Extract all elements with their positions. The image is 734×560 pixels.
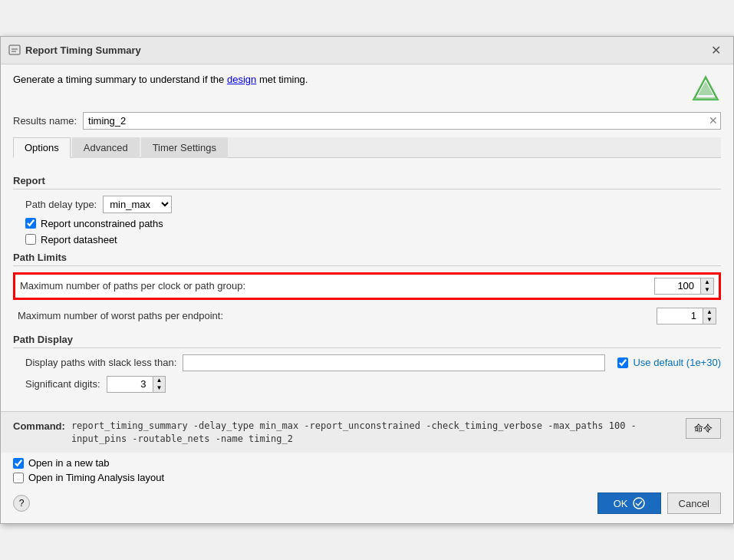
tabs-container: Options Advanced Timer Settings — [13, 137, 721, 158]
clear-results-button[interactable]: ✕ — [709, 114, 718, 127]
max-paths-spin-down[interactable]: ▼ — [701, 286, 713, 294]
open-new-tab-row: Open in a new tab — [13, 457, 721, 469]
results-input-wrap: ✕ — [83, 112, 721, 130]
max-worst-spin-buttons: ▲ ▼ — [703, 308, 716, 324]
slack-input[interactable] — [183, 354, 605, 371]
max-worst-spin-up[interactable]: ▲ — [703, 308, 716, 316]
max-worst-label: Maximum number of worst paths per endpoi… — [18, 310, 223, 321]
max-paths-spin-buttons: ▲ ▼ — [700, 278, 714, 295]
dialog-title: Report Timing Summary — [25, 44, 141, 56]
path-delay-select[interactable]: min_max min max — [103, 196, 172, 213]
results-label: Results name: — [13, 115, 77, 127]
sig-digits-wrap: ▲ ▼ — [107, 376, 166, 393]
datasheet-row: Report datasheet — [25, 234, 721, 245]
title-icon — [8, 44, 21, 56]
path-display-title: Path Display — [13, 334, 721, 348]
sig-digits-spin-up[interactable]: ▲ — [153, 377, 166, 384]
results-row: Results name: ✕ — [13, 112, 721, 130]
slack-label: Display paths with slack less than: — [25, 357, 176, 368]
report-section-content: Path delay type: min_max min max Report … — [13, 196, 721, 245]
command-button[interactable]: 命令 — [686, 418, 721, 439]
title-bar-left: Report Timing Summary — [8, 44, 141, 56]
path-limits-title: Path Limits — [13, 252, 721, 266]
sig-digits-spin-down[interactable]: ▼ — [153, 384, 166, 392]
command-text[interactable]: report_timing_summary -delay_type min_ma… — [71, 418, 680, 447]
cancel-button[interactable]: Cancel — [667, 492, 721, 514]
unconstrained-paths-row: Report unconstrained paths — [25, 218, 721, 229]
max-worst-spin-wrap: ▲ ▼ — [657, 308, 716, 324]
path-delay-label: Path delay type: — [25, 199, 97, 210]
open-new-tab-label: Open in a new tab — [28, 457, 110, 469]
path-display-content: Display paths with slack less than: Use … — [13, 354, 721, 393]
max-worst-row: Maximum number of worst paths per endpoi… — [13, 305, 721, 328]
title-bar: Report Timing Summary ✕ — [1, 37, 733, 64]
max-paths-spin-up[interactable]: ▲ — [701, 278, 713, 286]
svg-rect-0 — [9, 45, 20, 54]
command-section: Command: report_timing_summary -delay_ty… — [1, 411, 733, 453]
tab-options[interactable]: Options — [13, 137, 71, 158]
max-worst-spin-down[interactable]: ▼ — [703, 316, 716, 324]
tab-advanced[interactable]: Advanced — [72, 137, 140, 158]
header-text-before: Generate a timing summary to understand … — [13, 74, 224, 85]
sig-digits-label: Significant digits: — [25, 378, 100, 390]
footer-left: ? — [13, 495, 30, 512]
header-design-link[interactable]: design — [227, 74, 256, 85]
command-label: Command: — [13, 420, 65, 432]
ok-button[interactable]: OK — [597, 492, 661, 514]
sig-digits-input[interactable] — [107, 376, 153, 393]
path-display-section: Path Display Display paths with slack le… — [13, 334, 721, 393]
help-button[interactable]: ? — [13, 495, 30, 512]
header-description: Generate a timing summary to understand … — [13, 74, 308, 85]
use-default-checkbox[interactable] — [617, 357, 628, 368]
dialog-body: Generate a timing summary to understand … — [1, 64, 733, 411]
path-delay-row: Path delay type: min_max min max — [25, 196, 721, 213]
datasheet-checkbox[interactable] — [25, 234, 36, 245]
bottom-section: Open in a new tab Open in Timing Analysi… — [1, 453, 733, 523]
open-timing-layout-checkbox[interactable] — [13, 473, 24, 483]
close-button[interactable]: ✕ — [706, 41, 726, 59]
dialog-window: Report Timing Summary ✕ Generate a timin… — [0, 36, 734, 525]
use-default-label: Use default (1e+30) — [633, 357, 721, 368]
open-timing-layout-label: Open in Timing Analysis layout — [28, 472, 164, 483]
open-new-tab-checkbox[interactable] — [13, 458, 24, 469]
tab-timer-settings[interactable]: Timer Settings — [141, 137, 228, 158]
slack-row: Display paths with slack less than: Use … — [25, 354, 721, 371]
sig-digits-row: Significant digits: ▲ ▼ — [25, 376, 721, 393]
max-paths-input[interactable] — [654, 278, 700, 295]
results-name-input[interactable] — [83, 112, 721, 130]
path-limits-section: Path Limits Maximum number of paths per … — [13, 252, 721, 328]
open-timing-layout-row: Open in Timing Analysis layout — [13, 472, 721, 483]
header-text-after: met timing. — [259, 74, 308, 85]
brand-logo — [690, 74, 721, 104]
svg-point-6 — [634, 498, 644, 509]
datasheet-label: Report datasheet — [41, 234, 117, 245]
command-row: Command: report_timing_summary -delay_ty… — [13, 418, 721, 447]
max-paths-label: Maximum number of paths per clock or pat… — [20, 280, 245, 292]
check-rows: Open in a new tab Open in Timing Analysi… — [13, 457, 721, 483]
ok-icon — [633, 497, 645, 509]
report-section: Report Path delay type: min_max min max … — [13, 175, 721, 245]
max-worst-input[interactable] — [657, 308, 703, 324]
max-paths-spin-wrap: ▲ ▼ — [654, 278, 714, 295]
footer-row: ? OK Cancel — [13, 492, 721, 514]
tab-content-options: Report Path delay type: min_max min max … — [13, 166, 721, 402]
footer-buttons: OK Cancel — [597, 492, 721, 514]
report-section-title: Report — [13, 175, 721, 189]
unconstrained-paths-label: Report unconstrained paths — [41, 218, 163, 229]
unconstrained-paths-checkbox[interactable] — [25, 218, 36, 229]
sig-digits-spin-buttons: ▲ ▼ — [153, 376, 166, 393]
use-default-row: Use default (1e+30) — [617, 357, 721, 368]
max-paths-row: Maximum number of paths per clock or pat… — [13, 272, 721, 300]
header-row: Generate a timing summary to understand … — [13, 74, 721, 104]
